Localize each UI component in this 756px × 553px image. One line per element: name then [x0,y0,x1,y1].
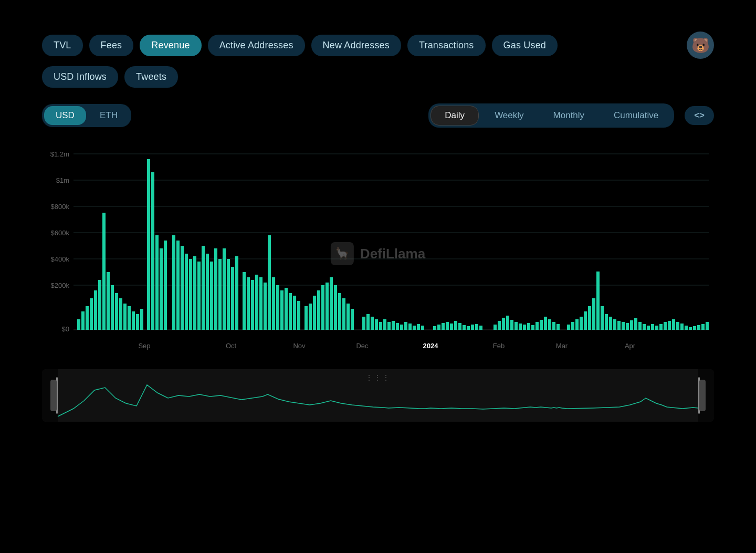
svg-rect-45 [214,248,217,330]
svg-rect-127 [596,272,600,330]
usd-inflows-button[interactable]: USD Inflows [42,66,118,88]
svg-text:$1.2m: $1.2m [50,150,69,158]
svg-rect-57 [268,235,271,330]
svg-rect-58 [272,277,275,330]
active-addresses-button[interactable]: Active Addresses [208,35,305,56]
svg-rect-137 [638,322,642,330]
svg-rect-138 [643,324,646,330]
svg-rect-144 [668,321,671,330]
svg-rect-49 [231,267,234,330]
svg-rect-32 [155,235,159,330]
weekly-button[interactable]: Weekly [481,106,537,126]
minimap[interactable]: ⋮⋮⋮ [42,369,714,422]
new-addresses-button[interactable]: New Addresses [311,35,401,56]
svg-rect-87 [404,322,407,330]
svg-rect-97 [454,321,457,330]
svg-rect-105 [498,321,501,330]
svg-rect-88 [408,324,412,330]
svg-rect-44 [210,262,213,330]
svg-rect-147 [680,324,684,330]
svg-rect-93 [437,325,440,330]
svg-rect-104 [494,325,497,330]
svg-rect-41 [197,262,201,330]
svg-rect-54 [255,275,258,330]
svg-text:Mar: Mar [556,342,568,350]
svg-rect-69 [321,285,324,330]
gas-used-button[interactable]: Gas Used [492,35,558,56]
transactions-button[interactable]: Transactions [407,35,486,56]
svg-rect-35 [172,235,175,330]
svg-rect-50 [235,256,238,330]
svg-rect-140 [651,324,654,330]
svg-text:Sep: Sep [138,342,150,350]
svg-rect-30 [147,159,150,330]
svg-rect-89 [413,326,416,330]
svg-rect-135 [630,320,633,330]
minimap-handle-right[interactable] [699,380,706,411]
svg-rect-110 [519,324,522,330]
time-toggle: Daily Weekly Monthly Cumulative [428,103,674,128]
svg-rect-111 [523,325,526,330]
svg-rect-79 [371,317,374,330]
svg-rect-109 [514,322,518,330]
usd-unit-button[interactable]: USD [44,106,86,125]
eth-unit-button[interactable]: ETH [88,106,129,125]
svg-rect-141 [655,326,658,330]
svg-rect-73 [338,293,341,330]
svg-rect-113 [531,325,534,330]
svg-rect-130 [609,317,612,330]
svg-rect-153 [706,322,709,330]
svg-rect-123 [580,317,583,330]
svg-rect-101 [471,325,474,330]
svg-rect-56 [264,283,267,330]
nav-arrows-button[interactable]: <> [685,106,714,125]
svg-rect-114 [536,322,539,330]
minimap-handle-left[interactable] [50,380,57,411]
svg-text:2024: 2024 [423,342,439,350]
svg-rect-48 [227,259,230,330]
svg-rect-126 [592,298,595,330]
svg-rect-81 [379,322,382,330]
svg-rect-117 [548,319,551,330]
tvl-button[interactable]: TVL [42,35,83,56]
svg-rect-23 [115,293,118,330]
svg-text:Dec: Dec [356,342,369,350]
svg-text:Feb: Feb [493,342,505,350]
svg-rect-150 [693,326,696,330]
svg-rect-74 [342,298,345,330]
svg-rect-115 [540,320,543,330]
svg-rect-66 [309,304,312,330]
svg-rect-103 [479,326,482,330]
svg-rect-70 [326,283,329,330]
svg-rect-18 [94,290,97,330]
svg-rect-99 [463,325,466,330]
svg-rect-80 [375,319,378,330]
svg-rect-96 [450,324,453,330]
cumulative-button[interactable]: Cumulative [600,106,672,126]
svg-rect-31 [151,172,154,330]
svg-rect-91 [421,326,424,330]
svg-rect-125 [588,306,591,330]
svg-rect-40 [193,256,196,330]
svg-rect-108 [510,320,513,330]
tweets-button[interactable]: Tweets [124,66,178,88]
svg-rect-100 [467,326,470,330]
unit-toggle: USD ETH [42,104,131,127]
svg-rect-33 [160,248,163,330]
fees-button[interactable]: Fees [89,35,134,56]
svg-text:$1m: $1m [56,176,69,184]
svg-rect-106 [502,318,505,330]
revenue-button[interactable]: Revenue [140,35,201,56]
svg-rect-64 [297,301,300,330]
svg-rect-60 [280,290,284,330]
svg-rect-98 [458,323,461,330]
monthly-button[interactable]: Monthly [540,106,598,126]
svg-rect-143 [664,322,667,330]
svg-rect-107 [506,316,509,330]
svg-rect-25 [123,304,127,330]
svg-rect-86 [400,325,403,330]
daily-button[interactable]: Daily [430,106,479,126]
svg-rect-121 [571,322,574,330]
svg-rect-142 [659,324,663,330]
svg-rect-38 [185,254,188,330]
